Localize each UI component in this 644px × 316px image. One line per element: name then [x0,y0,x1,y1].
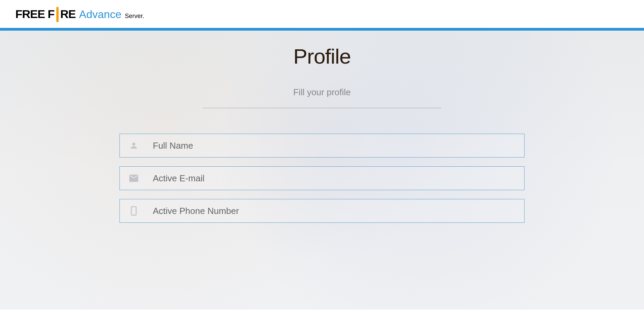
content-area: Profile Fill your profile [0,31,644,310]
mail-icon [128,173,139,184]
phone-input[interactable] [153,206,517,216]
profile-container: Profile Fill your profile [118,44,526,223]
fullname-field-wrapper[interactable] [119,134,525,157]
svg-rect-0 [131,207,136,215]
profile-form [118,134,526,223]
email-input[interactable] [153,173,517,184]
subtitle-divider [203,108,441,108]
logo-text-part1: FREE F [15,7,54,21]
header: FREE F┃RE Advance Server. [0,0,644,28]
logo-server-text: Server. [125,13,144,20]
profile-subtitle: Fill your profile [118,87,526,98]
email-field-wrapper[interactable] [119,166,525,190]
fullname-input[interactable] [153,140,517,151]
profile-title: Profile [118,44,526,68]
logo-text-part2: RE [60,7,76,21]
header-divider [0,28,644,31]
phone-field-wrapper[interactable] [119,199,525,223]
logo[interactable]: FREE F┃RE Advance Server. [15,7,144,21]
phone-icon [128,205,139,216]
logo-freefire: FREE F┃RE [15,7,76,21]
logo-advance-text: Advance [79,8,122,21]
logo-sword-icon: ┃ [54,7,61,22]
person-icon [128,140,139,151]
